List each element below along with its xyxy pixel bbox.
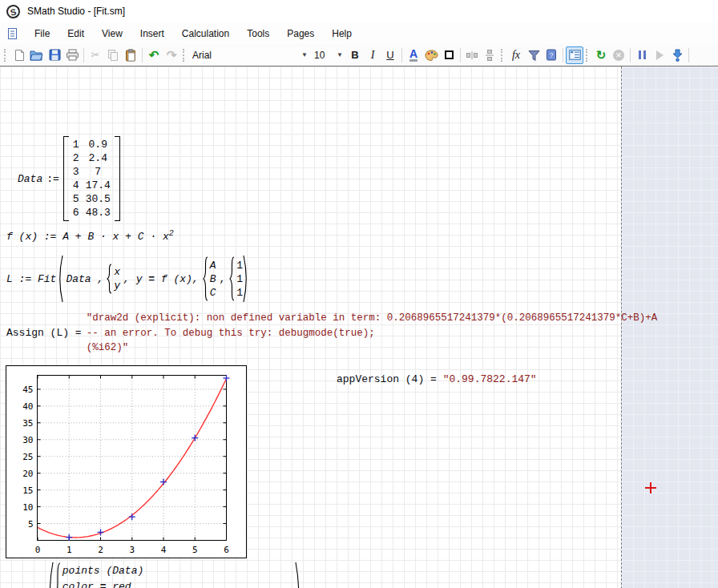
italic-button[interactable]: I: [364, 46, 381, 64]
matrix-bracket-right: [115, 136, 120, 221]
snap-to-point-button[interactable]: [668, 46, 686, 64]
matrix-cell: 3: [70, 165, 83, 179]
insertion-crosshair-cursor[interactable]: [645, 482, 656, 493]
worksheet-canvas[interactable]: Data := 10.922.437417.4530.5648.3 f (x) …: [0, 66, 718, 588]
appversion-expression[interactable]: appVersion (4) = "0.99.7822.147": [337, 373, 537, 385]
underline-label: U: [386, 49, 393, 61]
brace: [106, 264, 112, 294]
fit-definition[interactable]: L := Fit Data , xy , y = f (x), ABC , 11…: [6, 253, 250, 304]
tool-bar: ✂ ↶ ↷ Arial ▼ 10 ▼ B I U: [0, 44, 718, 66]
copy-icon: [107, 49, 119, 61]
data-matrix-definition[interactable]: Data := 10.922.437417.4530.5648.3: [18, 136, 120, 221]
menu-item-edit[interactable]: Edit: [58, 25, 93, 42]
open-file-button[interactable]: [28, 46, 46, 64]
toolbar-separator: [563, 48, 563, 62]
assign-error-region[interactable]: Assign (L) = "draw2d (explicit): non def…: [6, 311, 657, 356]
filter-button[interactable]: [525, 46, 543, 64]
new-file-button[interactable]: [10, 46, 28, 64]
bold-button[interactable]: B: [346, 46, 364, 64]
cut-button[interactable]: ✂: [87, 46, 104, 64]
paste-button[interactable]: [122, 46, 139, 64]
font-size-select[interactable]: 10 ▼: [311, 47, 346, 63]
menu-item-insert[interactable]: Insert: [131, 25, 173, 42]
save-button[interactable]: [46, 46, 63, 64]
vector-element: 1: [235, 259, 243, 272]
matrix-cell: 2.4: [83, 151, 114, 165]
font-size-value: 10: [314, 50, 332, 61]
vector-element: x: [112, 265, 120, 279]
insert-function-button[interactable]: fx: [507, 46, 525, 64]
svg-text:40: 40: [22, 401, 33, 412]
svg-text:45: 45: [22, 385, 33, 395]
step-button[interactable]: [651, 46, 668, 64]
matrix-row: 10.9: [70, 138, 114, 151]
recalculate-button[interactable]: ↻: [592, 46, 610, 64]
toolbar-grip[interactable]: [501, 49, 505, 62]
font-color-button[interactable]: A: [405, 46, 422, 64]
svg-text:10: 10: [22, 502, 33, 513]
toolbar-separator: [688, 48, 689, 62]
horizontal-spacing-button[interactable]: [463, 46, 481, 64]
copy-button[interactable]: [104, 46, 122, 64]
brace: [202, 256, 208, 301]
background-color-button[interactable]: [422, 46, 440, 64]
paste-clipboard-icon: [125, 49, 136, 62]
function-definition[interactable]: f (x) := A + B · x + C · x2: [6, 229, 174, 243]
menu-item-tools[interactable]: Tools: [238, 25, 278, 42]
menu-item-calculation[interactable]: Calculation: [173, 25, 238, 42]
font-family-value: Arial: [192, 50, 296, 61]
matrix: 10.922.437417.4530.5648.3: [63, 136, 120, 221]
error-line: "draw2d (explicit): non defined variable…: [87, 311, 658, 326]
menu-item-file[interactable]: File: [26, 25, 58, 42]
svg-text:6: 6: [224, 545, 229, 555]
menu-item-help[interactable]: Help: [323, 25, 361, 42]
matrix-cell: 30.5: [83, 192, 114, 206]
variable-name: Data: [18, 173, 42, 185]
menu-item-view[interactable]: View: [93, 25, 131, 42]
border-button[interactable]: [440, 46, 458, 64]
matrix-cell: 5: [70, 192, 83, 206]
app-logo-icon: S: [5, 3, 21, 19]
fit-lhs: L := Fit: [6, 273, 56, 285]
font-family-select[interactable]: Arial ▼: [189, 47, 311, 63]
svg-text:5: 5: [192, 545, 198, 555]
funnel-icon: [528, 50, 540, 61]
redo-button[interactable]: ↷: [163, 46, 180, 64]
toolbar-grip[interactable]: [183, 49, 187, 62]
undo-button[interactable]: ↶: [145, 46, 163, 64]
underline-button[interactable]: U: [381, 46, 399, 64]
stop-icon: ✕: [613, 50, 624, 61]
print-button[interactable]: [63, 46, 81, 64]
assign-lhs: Assign (L) =: [6, 327, 82, 339]
reference-book-button[interactable]: ?: [543, 46, 560, 64]
svg-text:1: 1: [67, 545, 72, 555]
exponent: 2: [169, 229, 174, 238]
matrix-cell: 4: [70, 179, 83, 192]
matrix-cell: 0.9: [83, 138, 114, 151]
draw2d-item: color = red: [61, 580, 219, 588]
matrix-bracket-left: [63, 136, 69, 221]
toolbar-separator: [630, 48, 631, 62]
new-file-icon: [14, 49, 26, 62]
sidebar-toggle-button[interactable]: [566, 46, 583, 64]
menu-item-pages[interactable]: Pages: [278, 25, 323, 42]
document-icon[interactable]: [6, 27, 19, 40]
svg-text:4: 4: [161, 545, 167, 555]
toolbar-separator: [83, 48, 84, 62]
toolbar-grip[interactable]: [586, 49, 590, 62]
chevron-down-icon: ▼: [301, 51, 308, 58]
toolbar-grip[interactable]: [4, 49, 8, 62]
vertical-spacing-button[interactable]: [481, 46, 498, 64]
error-line: -- an error. To debug this try: debugmod…: [87, 326, 658, 341]
pause-button[interactable]: [633, 46, 651, 64]
matrix-cell: 7: [83, 165, 114, 179]
matrix-body: 10.922.437417.4530.5648.3: [69, 136, 115, 221]
abort-button[interactable]: ✕: [610, 46, 627, 64]
draw2d-expression[interactable]: Draw2D points (Data)color = redexplicit …: [6, 560, 303, 588]
fit-middle: , y = f (x),: [123, 273, 199, 285]
draw2d-item: points (Data): [61, 564, 219, 578]
scissors-icon: ✂: [91, 49, 100, 61]
undo-icon: ↶: [149, 48, 159, 62]
plot-region[interactable]: 012345651015202530354045: [6, 365, 247, 558]
comma: ,: [220, 273, 226, 285]
